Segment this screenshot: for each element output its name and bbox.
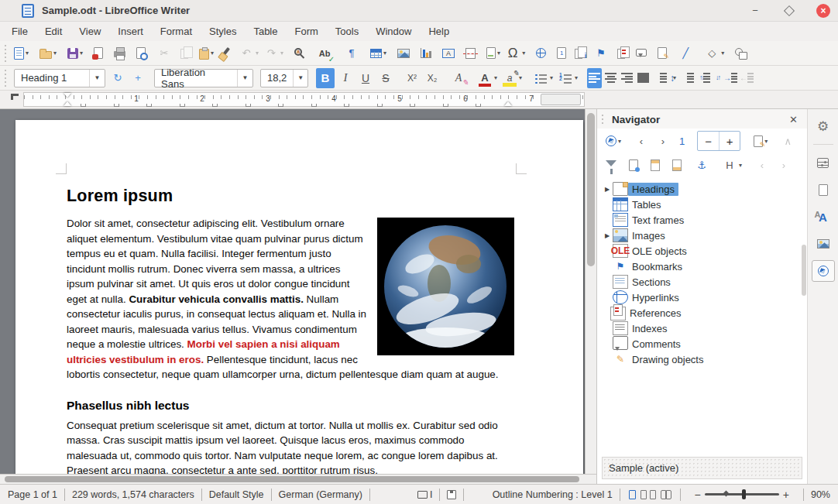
status-insert-mode[interactable]: I [417,489,432,500]
zoom-in-button[interactable]: + [779,489,793,501]
heading-levels-dropdown[interactable]: ▾ [739,162,742,169]
font-color-button[interactable]: A▾ [476,68,499,88]
navigation-dropdown[interactable]: ▾ [618,138,621,145]
new-style-button[interactable]: + [129,68,147,88]
toolbar-grip[interactable] [3,45,9,62]
navigator-item-references[interactable]: References [602,305,807,321]
align-left-button[interactable] [587,68,602,88]
vertical-scrollbar[interactable] [585,109,596,474]
sidebar-tab-navigator[interactable] [812,260,835,282]
clone-formatting-button[interactable] [223,43,229,63]
new-document-dropdown[interactable]: ▾ [26,50,29,57]
document-paragraph-2[interactable]: Consequat pretium scelerisque sit amet, … [67,418,514,475]
decrease-paragraph-spacing-button[interactable] [702,68,716,88]
sidebar-tab-gallery[interactable] [812,233,835,255]
insert-field-button[interactable]: ▾ [485,43,502,63]
page-minus-button[interactable]: − [698,132,719,150]
status-page-number[interactable]: Page 1 of 1 [8,489,57,500]
menu-format[interactable]: Format [152,23,201,39]
menu-file[interactable]: File [3,23,36,39]
track-changes-button[interactable] [656,43,668,63]
navigator-item-text-frames[interactable]: Text frames [602,212,807,228]
navigator-item-comments[interactable]: Comments [602,336,807,351]
highlight-color-button[interactable]: a▾ [500,68,524,88]
navigator-item-tables[interactable]: Tables [602,197,807,212]
zoom-out-button[interactable]: − [691,489,705,501]
navigator-close-icon[interactable]: ✕ [786,114,801,125]
navigator-item-hyperlinks[interactable]: Hyperlinks [602,290,807,305]
insert-special-character-button[interactable]: Ω▾ [503,43,527,63]
header-button[interactable] [649,156,661,174]
numbered-list-dropdown[interactable]: ▾ [575,74,578,81]
menu-edit[interactable]: Edit [36,23,70,39]
navigator-item-bookmarks[interactable]: ⚑Bookmarks [602,259,807,274]
open-button[interactable]: ▾ [38,43,58,63]
insert-image-button[interactable] [396,43,411,63]
next-button[interactable]: › [654,132,672,150]
menu-form[interactable]: Form [286,23,326,39]
footer-button[interactable] [671,156,683,174]
navigator-item-images[interactable]: ▶Images [602,228,807,243]
page-plus-button[interactable]: + [719,132,740,150]
status-outline-level[interactable]: Outline Numbering : Level 1 [493,489,613,500]
numbered-list-button[interactable]: ▾ [556,68,579,88]
font-name-dropdown[interactable]: ▼ [237,70,252,87]
previous-button[interactable]: ‹ [632,132,651,150]
paste-button[interactable]: ▾ [197,43,215,63]
insert-cross-reference-button[interactable] [618,43,627,63]
insert-hyperlink-button[interactable] [534,43,548,63]
horizontal-ruler[interactable]: 1234567 [23,92,585,107]
print-button[interactable] [112,43,127,63]
sidebar-tab-sidebar-settings[interactable]: ⚙ [812,115,835,137]
vertical-scrollbar-thumb[interactable] [587,113,595,266]
subscript-button[interactable]: X₂ [423,68,441,88]
save-button[interactable]: ▾ [66,43,84,63]
horizontal-scrollbar-thumb[interactable] [5,476,579,482]
font-name-combo[interactable]: Liberation Sans ▼ [154,69,253,87]
clear-formatting-button[interactable]: A [449,68,468,88]
navigator-item-headings[interactable]: ▶Headings [602,181,807,197]
new-document-button[interactable]: ▾ [12,43,30,63]
menu-help[interactable]: Help [420,23,458,39]
bullet-list-dropdown[interactable]: ▾ [550,74,553,81]
navigator-tree-scrollbar[interactable] [802,245,806,296]
find-and-replace-button[interactable]: a [293,43,307,63]
navigation-button[interactable]: ▾ [604,132,623,150]
expander-icon[interactable]: ▶ [602,232,613,239]
paragraph-style-combo[interactable]: Heading 1 ▼ [14,69,105,87]
horizontal-scrollbar[interactable] [0,474,596,484]
paragraph-style-dropdown[interactable]: ▼ [89,70,105,87]
book-view-icon[interactable] [661,490,671,499]
sidebar-tab-styles[interactable]: A [812,206,835,228]
heading-levels-button[interactable]: H▾ [720,156,744,174]
increase-paragraph-spacing-button[interactable] [685,68,700,88]
spelling-button[interactable]: Ab [314,43,335,63]
print-preview-button[interactable] [135,43,147,63]
insert-textbox-button[interactable]: A [441,43,456,63]
increase-indent-button[interactable] [724,68,739,88]
toolbar-grip2[interactable] [3,70,9,87]
close-button[interactable]: × [816,4,830,18]
export-pdf-button[interactable] [92,43,105,63]
strikethrough-button[interactable]: S [376,68,395,88]
single-page-view-icon[interactable] [629,490,636,499]
insert-endnote-button[interactable] [575,43,584,63]
superscript-button[interactable]: X² [403,68,421,88]
status-zoom-value[interactable]: 90% [811,489,830,500]
menu-view[interactable]: View [70,23,109,39]
insert-page-break-button[interactable] [464,43,477,63]
insert-table-button[interactable]: ▾ [369,43,388,63]
menu-table[interactable]: Table [245,23,286,39]
document-paragraph-1[interactable]: Dolor sit amet, consectetur adipiscing e… [67,216,514,382]
show-draw-functions-button[interactable] [733,43,748,63]
insert-chart-button[interactable] [419,43,433,63]
sidebar-tab-properties[interactable] [812,152,835,173]
minimize-button[interactable]: − [748,4,762,18]
basic-shapes-button[interactable]: ◇▾ [702,43,726,63]
menu-insert[interactable]: Insert [109,23,152,39]
anchor-text-button[interactable]: ⚓ [692,156,711,174]
navigator-item-drawing-objects[interactable]: ✎Drawing objects [602,351,807,367]
align-justify-button[interactable] [636,68,651,88]
document-page[interactable]: Lorem ipsum [15,120,583,474]
zoom-thumb[interactable] [742,489,746,499]
